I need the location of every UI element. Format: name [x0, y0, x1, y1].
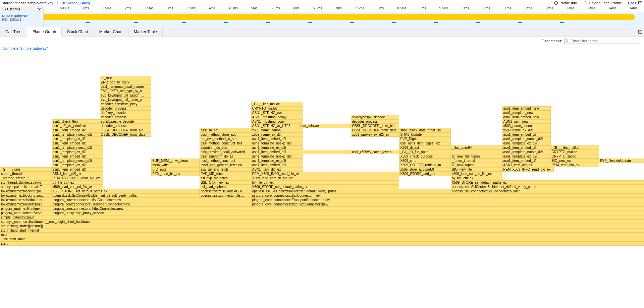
flame-frame[interactable]: int_free	[100, 76, 152, 80]
flame-graph[interactable]: start_libc_start_mainmainstd::rt::lang_s…	[0, 52, 644, 246]
tab-flame-graph[interactable]: Flame Graph	[27, 27, 62, 37]
flame-frame[interactable]: x509_store_add.part.0	[399, 167, 451, 172]
flame-frame[interactable]: x509_pubkey_ex_d2i_ex	[351, 132, 399, 137]
flame-frame[interactable]: decoder_process	[100, 124, 152, 128]
flame-frame[interactable]: ossl_provider_doall_activated	[200, 150, 251, 154]
tab-marker-chart[interactable]: Marker Chart	[94, 27, 128, 36]
flame-frame[interactable]: pingora_core::connectors::http::v2::Conn…	[251, 202, 644, 206]
flame-frame[interactable]: PEM_X509_INFO_read_bio_ex	[502, 167, 554, 172]
flame-frame[interactable]: spki2typespki_decode	[351, 115, 399, 119]
flame-frame[interactable]: by_file_ctrl_ex	[451, 176, 502, 180]
flame-frame[interactable]: _GI___clone	[0, 167, 52, 172]
flame-frame[interactable]: X509_digest	[399, 145, 451, 150]
flame-frame[interactable]: pingora_core::connectors::tls::Connector…	[251, 193, 644, 198]
flame-frame[interactable]: _GI__IO_file_open	[399, 150, 451, 154]
flame-frame[interactable]: pingora_core::connectors::http::Connecto…	[52, 206, 644, 211]
flame-frame[interactable]: ossl_tolower	[300, 124, 351, 128]
flame-frame[interactable]: x509_name_canon	[251, 128, 303, 132]
tab-call-tree[interactable]: Call Tree	[0, 27, 27, 36]
flame-frame[interactable]: tokio::runtime::blocking::po...	[0, 193, 52, 198]
flame-frame[interactable]: asn1_item_embed_new	[502, 106, 551, 111]
flame-frame[interactable]: asn1_item_embed_d2i	[52, 128, 103, 132]
flame-frame[interactable]: asn1_item_embed_d2i	[52, 167, 103, 172]
flame-frame[interactable]: std::thread::Builder::spawn_...	[0, 180, 52, 185]
flame-frame[interactable]: asn1_template_ex_d2i	[52, 150, 103, 154]
flame-frame[interactable]: main	[0, 233, 644, 237]
flame-frame[interactable]: asn1_item_embed_d2i	[52, 141, 103, 145]
flame-frame[interactable]: ssl_evp_md_fetch	[200, 176, 251, 180]
tab-marker-table[interactable]: Marker Table	[128, 27, 163, 36]
flame-frame[interactable]: _pthread_create_2_1	[0, 176, 52, 180]
flame-frame[interactable]: der2key_decode	[100, 111, 152, 115]
flame-frame[interactable]: x509_load_cert_crl_file_ex	[52, 185, 103, 189]
flame-frame[interactable]: ossl_method_store_add	[200, 132, 251, 137]
flame-frame[interactable]: asn1_template_new	[502, 111, 551, 115]
flame-frame[interactable]: X509_STORE_set_default_paths_ex	[251, 185, 399, 189]
flame-frame[interactable]: decoder_construct_pkey	[100, 102, 152, 106]
flame-frame[interactable]: std::sys_common::backtrace::__rust_begin…	[0, 220, 644, 224]
tab-stack-chart[interactable]: Stack Chart	[62, 27, 94, 36]
flame-frame[interactable]: simple_gateway::main	[0, 215, 644, 220]
flame-frame[interactable]: ossl_algorithm_do_all	[200, 154, 251, 159]
flame-frame[interactable]: asn1_template_ex_d2i	[52, 163, 103, 167]
flame-frame[interactable]: asn1_item_embed_d2i	[502, 145, 551, 150]
flame-frame[interactable]: ossl_method_construct_this	[200, 141, 251, 145]
flame-frame[interactable]: SSL_CTX_new_ex	[200, 180, 251, 185]
flame-frame[interactable]: X509_cmp	[399, 159, 451, 163]
flame-frame[interactable]: ossl_method_construct	[200, 159, 251, 163]
breadcrumb[interactable]: Complete "simple-gateway"	[0, 45, 644, 52]
flame-frame[interactable]: X509_STORE_add_cert	[399, 172, 451, 176]
flame-frame[interactable]: X509_check_purpose	[399, 154, 451, 159]
flame-frame[interactable]: ASN1_STRING_set	[251, 111, 303, 115]
flame-frame[interactable]: _libc_start_main	[0, 237, 644, 241]
flame-frame[interactable]: openssl::ssl::SslContextBuilder::set_def…	[451, 185, 644, 189]
flame-frame[interactable]: ASN1_item_new	[502, 119, 551, 124]
flame-frame[interactable]: CRYPTO_malloc	[251, 106, 303, 111]
filter-input[interactable]	[564, 38, 641, 44]
flame-frame[interactable]: IO_new_file_fopen	[451, 154, 502, 159]
flame-frame[interactable]: x509_name_ex_d2i	[502, 128, 551, 132]
flame-frame[interactable]: _GI___libc_malloc	[551, 145, 599, 150]
flame-frame[interactable]: asn1_item_embed_d2i	[251, 163, 303, 167]
flame-frame[interactable]: asn1_template_ex_d2i	[502, 141, 551, 145]
flame-frame[interactable]: _GI___libc_malloc	[251, 102, 303, 106]
flame-frame[interactable]: EVP_DecodeUpdate	[599, 159, 644, 163]
flame-frame[interactable]: PEM_read_bio_ex	[151, 172, 200, 176]
flame-frame[interactable]: asn1_d2i_ex_primitive	[52, 124, 103, 128]
flame-frame[interactable]: tokio::runtime::blocking::po...	[0, 189, 52, 193]
flame-frame[interactable]: asn1_item_embed_d2i	[502, 159, 551, 163]
flame-frame[interactable]: openssl::ssl::SslContextBuilder::set_def…	[251, 189, 451, 193]
flame-frame[interactable]: asn1_template_ex_d2i	[251, 159, 303, 163]
tracks-dropdown[interactable]: 1 / 6 tracks	[0, 6, 44, 12]
collapse-sidebar-button[interactable]	[636, 27, 644, 36]
flame-frame[interactable]: asn1_item_embed_d2i	[251, 150, 351, 154]
flame-frame[interactable]: OSSL_DECODER_from_bio	[100, 128, 152, 132]
flame-frame[interactable]: EVP_MD_fetch	[200, 172, 251, 176]
flame-frame[interactable]: std::rt::lang_start::{{closure}}	[0, 224, 644, 228]
flame-frame[interactable]: IO_new_fopen	[451, 163, 502, 167]
flame-frame[interactable]: PEM_X509_INFO_read_bio_ex	[251, 172, 399, 176]
flame-frame[interactable]: by_file_ctrl_ex	[251, 180, 399, 185]
range-link[interactable]: Full Range (14ms)	[60, 1, 90, 5]
flame-frame[interactable]: evp_keymgmt_util_assign_...	[100, 93, 152, 98]
flame-frame[interactable]: CRYPTO_zalloc	[551, 154, 599, 159]
flame-frame[interactable]: decoder_process	[351, 119, 399, 124]
flame-frame[interactable]: ssl_load_ciphers	[200, 185, 251, 189]
docs-button[interactable]: Docs	[628, 1, 642, 5]
flame-frame[interactable]: std::sys::pal::unix::thread::T...	[0, 185, 52, 189]
flame-frame[interactable]: by_file_ctrl_ex	[52, 180, 103, 185]
flame-frame[interactable]: decoder_process	[100, 115, 152, 119]
flame-frame[interactable]: ossl_namemap_doall_names	[100, 84, 152, 89]
flame-frame[interactable]: asn1_template_noexp_d2i	[502, 150, 551, 154]
flame-frame[interactable]: ASN1_mbstring_ncopy	[251, 115, 303, 119]
flame-frame[interactable]: asn1_template_noexp_d2i	[52, 159, 103, 163]
flame-frame[interactable]: inner_evp_generic_fetch.co...	[200, 163, 251, 167]
flame-frame[interactable]: ASN1_mbstring_copy	[251, 119, 303, 124]
flame-frame[interactable]: put_evp_method_in_store	[200, 137, 251, 141]
flame-frame[interactable]: algorithm_do_this	[200, 145, 251, 150]
flame-frame[interactable]: asn1_template_ex_d2i	[52, 137, 103, 141]
flame-frame[interactable]: asn1_template_noexp_d2i	[52, 132, 103, 137]
flame-frame[interactable]: ASN1_item_d2i_ex	[251, 167, 303, 172]
flame-frame[interactable]: ASN1_item_d2i_ex	[502, 163, 554, 167]
flame-frame[interactable]	[451, 150, 502, 154]
